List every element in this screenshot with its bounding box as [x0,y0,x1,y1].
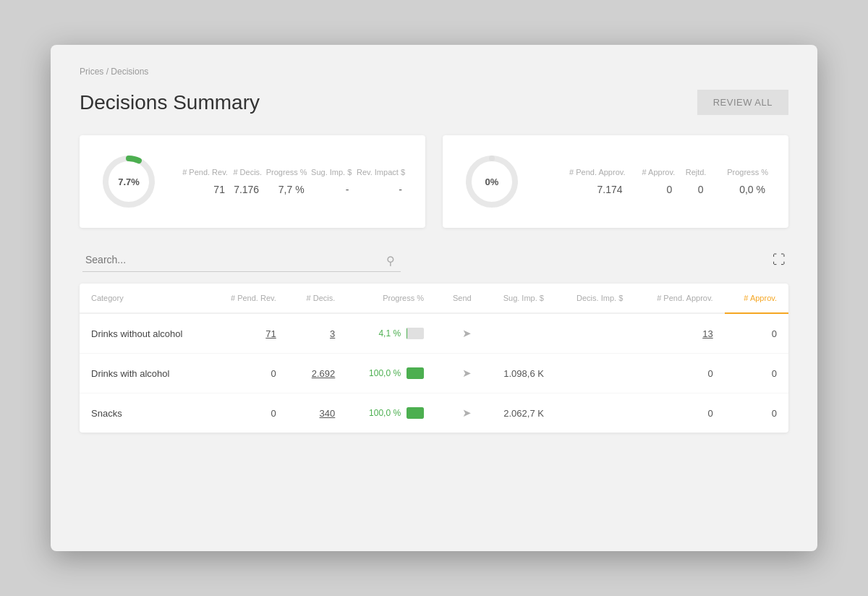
progress-bar-bg [407,407,424,419]
donut-left: 7.7% [100,153,158,210]
breadcrumb: Prices / Decisions [80,67,788,77]
right-col-value: 0 [675,184,706,195]
cell-category: Drinks without alcohol [80,313,210,354]
search-area: ⚲ ⛶ [80,248,788,272]
left-col-header: # Decis. [228,168,262,184]
cell-send: ➤ [435,313,483,354]
send-icon[interactable]: ➤ [462,406,472,419]
donut-right: 0% [463,153,521,210]
cell-pend-rev: 71 [210,313,288,354]
cell-progress: 100,0 % [346,354,435,393]
table-header-row: Category # Pend. Rev. # Decis. Progress … [80,284,788,313]
table-row: Snacks0340100,0 %➤2.062,7 K00 [80,393,788,433]
left-col-value: - [307,184,352,195]
cell-approv: 0 [725,313,788,354]
progress-bar-fill [407,328,407,339]
search-input[interactable] [82,248,401,272]
left-col-value: 7,7 % [262,184,307,195]
progress-bar-bg [407,328,424,339]
send-icon[interactable]: ➤ [462,367,472,379]
main-window: Prices / Decisions Decisions Summary REV… [51,45,817,551]
data-table-wrap: Category # Pend. Rev. # Decis. Progress … [80,284,788,433]
cell-decis: 3 [288,313,347,354]
cell-pend-rev: 0 [210,393,288,433]
cell-send: ➤ [435,354,483,393]
progress-pct-label: 4,1 % [369,328,401,339]
search-input-wrap: ⚲ [82,248,401,272]
cell-category: Snacks [80,393,210,433]
col-send: Send [435,284,483,313]
cell-pend-approv: 0 [634,393,724,433]
search-icon: ⚲ [386,253,395,267]
cell-decis-imp [556,354,634,393]
col-decis: # Decis. [288,284,347,313]
col-decis-imp: Decis. Imp. $ [556,284,634,313]
right-col-value: 0 [626,184,676,195]
page-title: Decisions Summary [80,91,260,114]
right-col-value: 7.174 [541,184,626,195]
left-col-value: 71 [178,184,228,195]
cell-progress: 100,0 % [346,393,435,433]
col-sug-imp: Sug. Imp. $ [483,284,556,313]
donut-left-label: 7.7% [118,176,140,187]
summary-table-right: # Pend. Approv.# Approv.Rejtd.Progress %… [541,168,768,195]
review-all-button[interactable]: REVIEW ALL [697,90,788,115]
page-header: Decisions Summary REVIEW ALL [80,90,788,115]
cell-decis-imp [556,393,634,433]
left-col-header: # Pend. Rev. [178,168,228,184]
cell-pend-approv: 13 [634,313,724,354]
summary-card-right: 0% # Pend. Approv.# Approv.Rejtd.Progres… [443,135,788,228]
cell-decis-imp [556,313,634,354]
progress-pct-label: 100,0 % [369,408,401,418]
left-col-header: Rev. Impact $ [352,168,405,184]
right-col-header: # Pend. Approv. [541,168,626,184]
progress-bar-fill [407,407,424,419]
col-pend-approv: # Pend. Approv. [634,284,724,313]
send-icon[interactable]: ➤ [462,327,472,339]
cell-sug-imp: 2.062,7 K [483,393,556,433]
progress-pct-label: 100,0 % [369,368,401,378]
col-approv: # Approv. [725,284,788,313]
col-progress: Progress % [346,284,435,313]
left-col-header: Progress % [262,168,307,184]
left-col-header: Sug. Imp. $ [307,168,352,184]
right-col-value: 0,0 % [706,184,768,195]
expand-icon[interactable]: ⛶ [773,252,786,268]
cell-approv: 0 [725,393,788,433]
summary-card-left: 7.7% # Pend. Rev.# Decis.Progress %Sug. … [80,135,425,228]
cell-decis: 2.692 [288,354,347,393]
cell-send: ➤ [435,393,483,433]
cell-sug-imp [483,313,556,354]
donut-right-label: 0% [485,176,499,187]
col-category: Category [80,284,210,313]
cell-pend-approv: 0 [634,354,724,393]
table-row: Drinks without alcohol7134,1 %➤130 [80,313,788,354]
data-table: Category # Pend. Rev. # Decis. Progress … [80,284,788,433]
right-col-header: Rejtd. [675,168,706,184]
progress-bar-bg [407,367,424,379]
right-col-header: # Approv. [626,168,676,184]
col-pend-rev: # Pend. Rev. [210,284,288,313]
cell-approv: 0 [725,354,788,393]
cell-pend-rev: 0 [210,354,288,393]
cell-progress: 4,1 % [346,313,435,354]
progress-bar-fill [407,367,424,379]
left-col-value: - [352,184,405,195]
cell-category: Drinks with alcohol [80,354,210,393]
summary-row: 7.7% # Pend. Rev.# Decis.Progress %Sug. … [80,135,788,228]
table-row: Drinks with alcohol02.692100,0 %➤1.098,6… [80,354,788,393]
cell-decis: 340 [288,393,347,433]
cell-sug-imp: 1.098,6 K [483,354,556,393]
left-col-value: 7.176 [228,184,262,195]
summary-table-left: # Pend. Rev.# Decis.Progress %Sug. Imp. … [178,168,405,195]
right-col-header: Progress % [706,168,768,184]
